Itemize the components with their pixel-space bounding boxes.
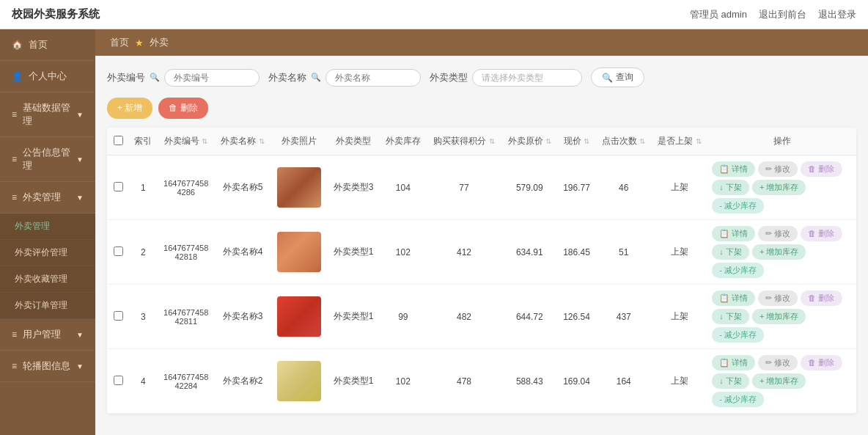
delete-row-button-3[interactable]: 🗑 删除 (801, 355, 842, 370)
detail-button-1[interactable]: 📋 详情 (712, 226, 755, 241)
delete-row-button-2[interactable]: 🗑 删除 (801, 290, 842, 306)
sidebar-sub-takeout-review[interactable]: 外卖评价管理 (0, 240, 95, 266)
row-actions: 📋 详情 ✏ 修改 🗑 删除 ↓ 下架 + 增加库存 - 减少库存 (707, 220, 856, 285)
edit-button-0[interactable]: ✏ 修改 (758, 161, 798, 177)
sidebar-sub-takeout-order[interactable]: 外卖订单管理 (0, 293, 95, 319)
detail-button-3[interactable]: 📋 详情 (712, 355, 755, 370)
th-name: 外卖名称 ⇅ (215, 128, 271, 156)
search-icon-3: 🔍 (602, 73, 613, 83)
add-stock-button-3[interactable]: + 增加库存 (752, 373, 806, 389)
back-to-frontend-link[interactable]: 退出到前台 (759, 8, 806, 21)
reduce-stock-button-0[interactable]: - 减少库存 (712, 198, 764, 213)
sidebar-item-profile[interactable]: 👤 个人中心 (0, 61, 95, 92)
chevron-down-icon-1: ▼ (76, 111, 84, 119)
add-button[interactable]: + 新增 (107, 98, 152, 119)
delete-row-button-1[interactable]: 🗑 删除 (801, 226, 842, 241)
row-status: 上架 (652, 220, 707, 285)
search-type-select[interactable]: 请选择外卖类型 外卖类型1 外卖类型2 外卖类型3 (472, 69, 582, 87)
sort-icon-id[interactable]: ⇅ (202, 137, 207, 145)
delete-button[interactable]: 🗑 删除 (158, 98, 207, 119)
sort-icon-orig[interactable]: ⇅ (545, 137, 551, 145)
search-bar: 外卖编号 🔍 外卖名称 🔍 外卖类型 请选择外卖类型 外卖类型1 外卖类型2 外… (107, 67, 856, 87)
search-button[interactable]: 🔍 查询 (591, 67, 644, 87)
select-all-checkbox[interactable] (114, 136, 123, 145)
chevron-down-icon-2: ▼ (76, 156, 84, 164)
sidebar-sub-takeout-income-label: 外卖收藏管理 (15, 273, 67, 285)
offline-button-3[interactable]: ↓ 下架 (712, 373, 749, 389)
add-stock-button-0[interactable]: + 增加库存 (752, 180, 806, 195)
sort-icon-clicks[interactable]: ⇅ (639, 137, 645, 145)
sidebar-item-user-mgmt[interactable]: ≡ 用户管理 ▼ (0, 319, 95, 351)
detail-button-2[interactable]: 📋 详情 (712, 290, 755, 306)
header-actions: 管理员 admin 退出到前台 退出登录 (690, 8, 856, 21)
toolbar: + 新增 🗑 删除 (107, 98, 856, 119)
row-type: 外卖类型1 (327, 285, 379, 349)
edit-button-3[interactable]: ✏ 修改 (758, 355, 798, 370)
row-stock: 99 (380, 285, 427, 349)
detail-button-0[interactable]: 📋 详情 (712, 161, 755, 177)
reduce-stock-button-2[interactable]: - 减少库存 (712, 327, 764, 343)
sidebar-item-takeout-mgmt[interactable]: ≡ 外卖管理 ▼ (0, 182, 95, 213)
chevron-down-icon-3: ▼ (76, 194, 84, 202)
edit-button-2[interactable]: ✏ 修改 (758, 290, 798, 306)
row-checkbox-0[interactable] (114, 182, 123, 191)
edit-button-1[interactable]: ✏ 修改 (758, 226, 798, 241)
action-group-0: 📋 详情 ✏ 修改 🗑 删除 ↓ 下架 + 增加库存 - 减少库存 (712, 161, 852, 213)
food-image-0 (277, 167, 321, 208)
row-index: 3 (129, 285, 158, 349)
header: 校园外卖服务系统 管理员 admin 退出到前台 退出登录 (0, 0, 868, 29)
sidebar-item-basic-data[interactable]: ≡ 基础数据管理 ▼ (0, 92, 95, 137)
row-checkbox-2[interactable] (114, 311, 123, 321)
offline-button-1[interactable]: ↓ 下架 (712, 244, 749, 260)
sort-icon-price[interactable]: ⇅ (584, 137, 589, 145)
offline-button-2[interactable]: ↓ 下架 (712, 309, 749, 324)
action-row-2-1: ↓ 下架 + 增加库存 (712, 244, 806, 260)
list-icon-2: ≡ (12, 154, 17, 164)
row-stock: 102 (380, 349, 427, 414)
add-stock-button-2[interactable]: + 增加库存 (752, 309, 806, 324)
search-name-input[interactable] (326, 69, 421, 87)
sort-icon-name[interactable]: ⇅ (259, 137, 265, 145)
sidebar-item-basic-label: 基础数据管理 (23, 101, 70, 128)
row-actions: 📋 详情 ✏ 修改 🗑 删除 ↓ 下架 + 增加库存 - 减少库存 (707, 156, 856, 220)
reduce-stock-button-1[interactable]: - 减少库存 (712, 263, 764, 278)
th-checkbox (107, 128, 129, 156)
row-stock: 102 (380, 220, 427, 285)
search-id-label: 外卖编号 (107, 71, 145, 84)
row-id: 16476774584286 (158, 156, 215, 220)
action-row-2-0: ↓ 下架 + 增加库存 (712, 180, 806, 195)
sort-icon-points[interactable]: ⇅ (489, 137, 495, 145)
delete-row-button-0[interactable]: 🗑 删除 (801, 161, 842, 177)
row-type: 外卖类型3 (327, 156, 379, 220)
sidebar-item-home[interactable]: 🏠 首页 (0, 29, 95, 61)
table-row: 1 16476774584286 外卖名称5 外卖类型3 104 77 579.… (107, 156, 856, 220)
row-price: 126.54 (557, 285, 595, 349)
sidebar-item-notice[interactable]: ≡ 公告信息管理 ▼ (0, 137, 95, 182)
action-row-1-0: 📋 详情 ✏ 修改 🗑 删除 (712, 161, 842, 177)
breadcrumb-home[interactable]: 首页 (110, 36, 129, 49)
sort-icon-status[interactable]: ⇅ (696, 137, 702, 145)
list-icon-3: ≡ (12, 192, 17, 202)
search-id-input[interactable] (164, 69, 260, 87)
sidebar: 🏠 首页 👤 个人中心 ≡ 基础数据管理 ▼ ≡ 公告信息管理 ▼ ≡ 外卖管理… (0, 29, 95, 435)
reduce-stock-button-3[interactable]: - 减少库存 (712, 392, 764, 407)
chevron-down-icon-4: ▼ (76, 331, 84, 339)
offline-button-0[interactable]: ↓ 下架 (712, 180, 749, 195)
add-stock-button-1[interactable]: + 增加库存 (752, 244, 806, 260)
row-name: 外卖名称4 (215, 220, 271, 285)
logout-link[interactable]: 退出登录 (818, 8, 856, 21)
row-photo (271, 349, 327, 414)
table-row: 4 164767745842284 外卖名称2 外卖类型1 102 478 58… (107, 349, 856, 414)
content-area: 首页 ★ 外卖 外卖编号 🔍 外卖名称 🔍 外卖类型 (95, 29, 868, 435)
row-clicks: 437 (596, 285, 652, 349)
row-checkbox-1[interactable] (114, 246, 123, 256)
sidebar-sub-takeout-income[interactable]: 外卖收藏管理 (0, 266, 95, 293)
action-group-3: 📋 详情 ✏ 修改 🗑 删除 ↓ 下架 + 增加库存 - 减少库存 (712, 355, 852, 407)
row-clicks: 164 (596, 349, 652, 414)
sidebar-sub-takeout-manage[interactable]: 外卖管理 (0, 213, 95, 240)
action-group-1: 📋 详情 ✏ 修改 🗑 删除 ↓ 下架 + 增加库存 - 减少库存 (712, 226, 852, 278)
row-checkbox-3[interactable] (114, 376, 123, 385)
sidebar-item-banner[interactable]: ≡ 轮播图信息 ▼ (0, 351, 95, 382)
row-photo (271, 156, 327, 220)
sidebar-item-banner-label: 轮播图信息 (23, 359, 70, 373)
